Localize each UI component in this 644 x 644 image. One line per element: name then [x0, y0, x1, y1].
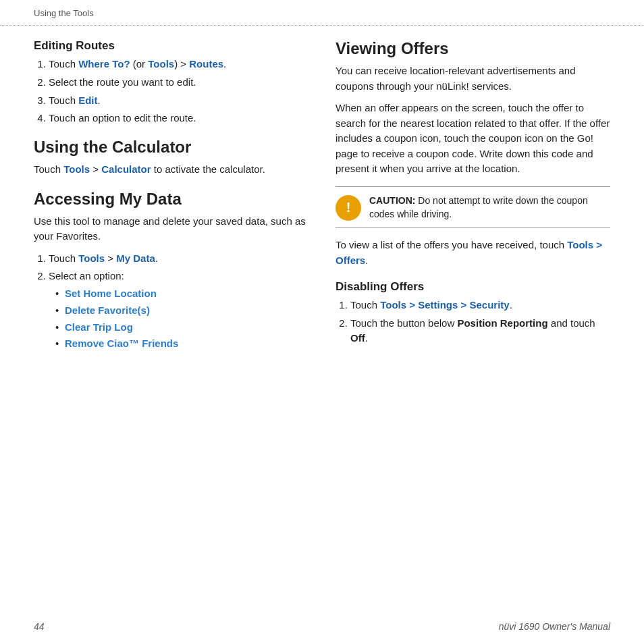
- option-set-home: Set Home Location: [55, 286, 308, 301]
- where-to-link: Where To?: [78, 58, 130, 70]
- tools-link-3: Tools: [78, 252, 105, 264]
- routes-link: Routes: [189, 58, 223, 70]
- caution-label: CAUTION:: [369, 195, 415, 206]
- editing-routes-list: Touch Where To? (or Tools) > Routes. Sel…: [34, 57, 308, 126]
- option-delete-favorites: Delete Favorite(s): [55, 303, 308, 318]
- accessing-options-list: Set Home Location Delete Favorite(s) Cle…: [49, 286, 308, 351]
- caution-icon: !: [336, 195, 361, 221]
- delete-favorites-link: Delete Favorite(s): [65, 304, 150, 316]
- remove-ciao-link: Remove Ciao™ Friends: [65, 338, 178, 349]
- editing-routes-step-1: Touch Where To? (or Tools) > Routes.: [49, 57, 308, 72]
- accessing-step-1: Touch Tools > My Data.: [49, 251, 308, 266]
- disabling-offers-heading: Disabling Offers: [336, 280, 610, 294]
- editing-routes-step-2: Select the route you want to edit.: [49, 75, 308, 90]
- tools-link-2: Tools: [63, 163, 90, 175]
- accessing-step-2: Select an option: Set Home Location Dele…: [49, 269, 308, 351]
- editing-routes-step-4: Touch an option to edit the route.: [49, 111, 308, 126]
- tools-settings-security-link: Tools > Settings > Security: [380, 299, 509, 311]
- disabling-steps-list: Touch Tools > Settings > Security. Touch…: [336, 298, 610, 345]
- viewing-offers-heading: Viewing Offers: [336, 39, 610, 58]
- off-label: Off: [350, 332, 365, 344]
- tools-link-1: Tools: [148, 58, 174, 70]
- editing-routes-step-3: Touch Edit.: [49, 93, 308, 108]
- content-area: Editing Routes Touch Where To? (or Tools…: [0, 26, 644, 363]
- set-home-link: Set Home Location: [65, 288, 157, 299]
- viewing-offers-para1: You can receive location-relevant advert…: [336, 63, 610, 94]
- viewing-offers-para3: To view a list of the offers you have re…: [336, 238, 610, 268]
- left-column: Editing Routes Touch Where To? (or Tools…: [34, 26, 308, 363]
- caution-text: CAUTION: Do not attempt to write down th…: [369, 194, 610, 221]
- accessing-steps-list: Touch Tools > My Data. Select an option:…: [34, 251, 308, 352]
- viewing-offers-para2: When an offer appears on the screen, tou…: [336, 101, 610, 177]
- option-clear-trip: Clear Trip Log: [55, 320, 308, 335]
- right-column: Viewing Offers You can receive location-…: [336, 26, 610, 363]
- edit-link: Edit: [78, 95, 97, 106]
- manual-title: nüvi 1690 Owner's Manual: [499, 621, 610, 632]
- disabling-step-1: Touch Tools > Settings > Security.: [350, 298, 610, 313]
- disabling-offers-section: Disabling Offers Touch Tools > Settings …: [336, 280, 610, 345]
- option-remove-ciao: Remove Ciao™ Friends: [55, 336, 308, 351]
- editing-routes-section: Editing Routes Touch Where To? (or Tools…: [34, 39, 308, 126]
- caution-box: ! CAUTION: Do not attempt to write down …: [336, 186, 610, 229]
- tools-offers-link: Tools > Offers: [336, 239, 602, 266]
- calculator-heading: Using the Calculator: [34, 138, 308, 157]
- disabling-step-2: Touch the button below Position Reportin…: [350, 316, 610, 346]
- breadcrumb: Using the Tools: [0, 0, 644, 26]
- editing-routes-heading: Editing Routes: [34, 39, 308, 53]
- accessing-heading: Accessing My Data: [34, 190, 308, 209]
- footer: 44 nüvi 1690 Owner's Manual: [34, 621, 610, 632]
- page: Using the Tools Editing Routes Touch Whe…: [0, 0, 644, 644]
- calculator-link: Calculator: [101, 163, 151, 175]
- calculator-description: Touch Tools > Calculator to activate the…: [34, 162, 308, 178]
- accessing-section: Accessing My Data Use this tool to manag…: [34, 190, 308, 352]
- calculator-section: Using the Calculator Touch Tools > Calcu…: [34, 138, 308, 178]
- my-data-link: My Data: [116, 252, 155, 264]
- breadcrumb-text: Using the Tools: [34, 8, 94, 18]
- page-number: 44: [34, 621, 45, 632]
- accessing-description: Use this tool to manage and delete your …: [34, 214, 308, 244]
- clear-trip-link: Clear Trip Log: [65, 321, 133, 333]
- viewing-offers-section: Viewing Offers You can receive location-…: [336, 39, 610, 268]
- position-reporting-label: Position Reporting: [457, 317, 547, 329]
